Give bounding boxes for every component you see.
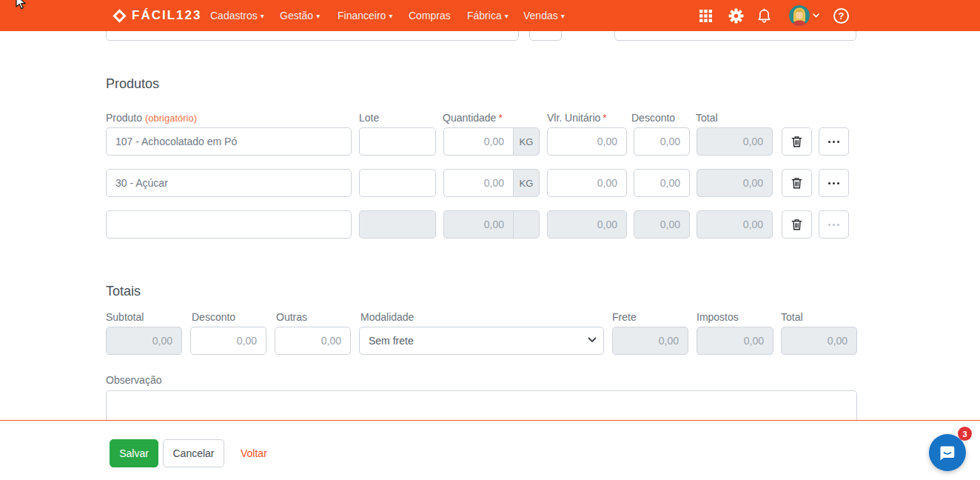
notifications-bell-icon[interactable] [757, 0, 771, 31]
desconto-field[interactable] [190, 327, 266, 355]
frete-field [612, 327, 688, 355]
apps-grid-icon[interactable] [699, 0, 712, 31]
subtotal-field [106, 327, 182, 355]
delete-row-button[interactable] [782, 127, 812, 156]
trash-icon [791, 136, 802, 147]
settings-gear-icon[interactable] [728, 0, 744, 31]
row-more-options-button [819, 210, 849, 239]
unit-addon: KG [513, 169, 540, 197]
lote-input[interactable] [359, 169, 436, 197]
row-total-field [697, 127, 773, 156]
frete-label: Frete [612, 311, 637, 323]
quantity-input[interactable] [443, 169, 513, 197]
required-hint: (obrigatório) [145, 113, 197, 124]
menu-fabrica[interactable]: Fábrica▾ [467, 0, 509, 31]
help-icon[interactable]: ? [833, 0, 849, 31]
col-total-label: Total [696, 112, 718, 124]
modalidade-select[interactable]: Sem frete [359, 327, 604, 355]
lote-input [359, 210, 436, 239]
save-button[interactable]: Salvar [110, 439, 158, 467]
unit-price-input [547, 210, 627, 239]
observacao-label: Observação [106, 374, 161, 386]
totals-heading: Totais [106, 284, 141, 299]
ellipsis-icon [828, 141, 841, 143]
unit-addon: KG [513, 127, 540, 156]
unit-price-input[interactable] [547, 127, 627, 156]
discount-input [634, 210, 690, 239]
col-desconto-label: Desconto [631, 112, 675, 124]
menu-financeiro[interactable]: Financeiro▾ [338, 0, 392, 31]
page: FÁCIL123 Cadastros▾ Gestão▾ Financeiro▾ … [0, 0, 980, 480]
col-lote-label: Lote [359, 112, 379, 124]
trash-icon [791, 177, 802, 189]
modalidade-label: Modalidade [360, 311, 414, 323]
chat-unread-badge: 3 [958, 427, 972, 441]
row-more-options-button[interactable] [819, 127, 849, 156]
product-input[interactable] [106, 169, 352, 197]
action-bar: Salvar Cancelar Voltar [0, 420, 980, 480]
trash-icon [791, 219, 802, 230]
user-avatar[interactable] [789, 5, 810, 26]
menu-gestao[interactable]: Gestão▾ [280, 0, 320, 31]
row-more-options-button[interactable] [819, 169, 849, 197]
discount-input[interactable] [634, 127, 690, 156]
chat-bubble-icon [938, 443, 957, 462]
product-input[interactable] [106, 210, 352, 239]
lote-input[interactable] [359, 127, 436, 156]
product-input[interactable] [106, 127, 352, 156]
outras-field[interactable] [275, 327, 351, 355]
row-total-field [697, 169, 773, 197]
quantity-input [443, 210, 513, 239]
caret-down-icon: ▾ [505, 12, 509, 20]
unit-addon [513, 210, 540, 239]
col-quantidade-label: Quantidade* [443, 112, 503, 124]
impostos-field [697, 327, 773, 355]
col-vlr-unitario-label: Vlr. Unitário* [547, 112, 607, 124]
menu-cadastros[interactable]: Cadastros▾ [210, 0, 264, 31]
unit-price-input[interactable] [547, 169, 627, 197]
grand-total-field [781, 327, 857, 355]
quantity-input[interactable] [443, 127, 513, 156]
menu-compras[interactable]: Compras [409, 0, 451, 31]
col-produto-label: Produto (obrigatório) [106, 112, 197, 124]
caret-down-icon: ▾ [261, 12, 264, 20]
caret-down-icon: ▾ [316, 12, 320, 20]
caret-down-icon: ▾ [389, 12, 392, 20]
row-total-field [697, 210, 773, 239]
cancel-button[interactable]: Cancelar [163, 439, 224, 467]
delete-row-button[interactable] [782, 169, 812, 197]
back-link[interactable]: Voltar [241, 447, 267, 459]
products-heading: Produtos [106, 76, 159, 92]
menu-vendas[interactable]: Vendas▾ [523, 0, 565, 31]
top-navbar: FÁCIL123 Cadastros▾ Gestão▾ Financeiro▾ … [0, 0, 980, 31]
avatar-caret-icon[interactable] [813, 0, 819, 31]
impostos-label: Impostos [697, 311, 739, 323]
brand-logo[interactable]: FÁCIL123 [115, 0, 201, 31]
brand-diamond-icon [113, 9, 126, 22]
total-label: Total [781, 311, 803, 323]
brand-name: FÁCIL123 [132, 8, 201, 23]
ellipsis-icon [828, 224, 841, 226]
subtotal-label: Subtotal [106, 311, 144, 323]
caret-down-icon: ▾ [561, 12, 565, 20]
desconto-label: Desconto [192, 311, 235, 323]
discount-input[interactable] [634, 169, 690, 197]
delete-row-button[interactable] [782, 210, 812, 239]
ellipsis-icon [828, 182, 841, 184]
outras-label: Outras [276, 311, 307, 323]
